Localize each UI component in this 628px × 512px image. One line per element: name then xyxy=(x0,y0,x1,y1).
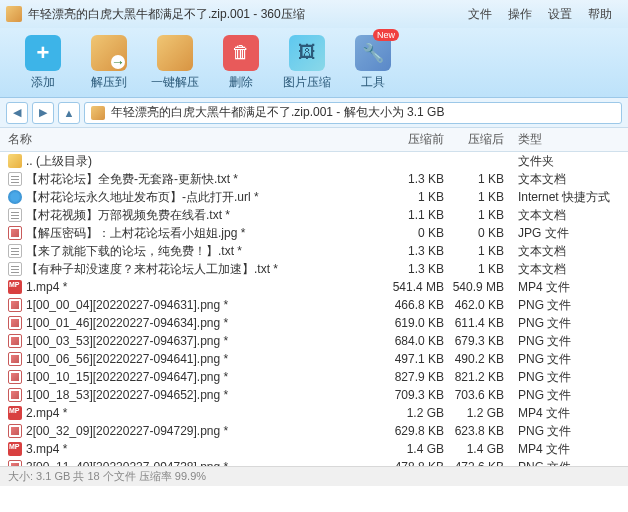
file-name: 【村花视频】万部视频免费在线看.txt * xyxy=(26,207,230,224)
file-type: 文本文档 xyxy=(510,207,620,224)
mp4-icon xyxy=(8,280,22,294)
file-name: 1[00_01_46][20220227-094634].png * xyxy=(26,316,228,330)
file-row[interactable]: 【村花论坛永久地址发布页】-点此打开.url *1 KB1 KBInternet… xyxy=(0,188,628,206)
file-type: PNG 文件 xyxy=(510,387,620,404)
file-row[interactable]: 1[00_10_15][20220227-094647].png *827.9 … xyxy=(0,368,628,386)
size-after: 1 KB xyxy=(450,208,510,222)
file-name: .. (上级目录) xyxy=(26,153,92,170)
app-icon xyxy=(6,6,22,22)
file-type: MP4 文件 xyxy=(510,441,620,458)
size-after: 703.6 KB xyxy=(450,388,510,402)
col-name[interactable]: 名称 xyxy=(0,131,380,148)
jpg-icon xyxy=(8,226,22,240)
add-button[interactable]: 添加 xyxy=(10,35,76,91)
png-icon xyxy=(8,388,22,402)
size-before: 1.4 GB xyxy=(380,442,450,456)
size-before: 684.0 KB xyxy=(380,334,450,348)
file-type: JPG 文件 xyxy=(510,225,620,242)
path-text: 年轻漂亮的白虎大黑牛都满足不了.zip.001 - 解包大小为 3.1 GB xyxy=(111,104,444,121)
file-name: 2.mp4 * xyxy=(26,406,67,420)
col-type[interactable]: 类型 xyxy=(510,131,620,148)
wrench-icon: New xyxy=(355,35,391,71)
png-icon xyxy=(8,370,22,384)
file-row[interactable]: 1[00_18_53][20220227-094652].png *709.3 … xyxy=(0,386,628,404)
size-after: 679.3 KB xyxy=(450,334,510,348)
size-after: 462.0 KB xyxy=(450,298,510,312)
trash-icon xyxy=(223,35,259,71)
size-after: 1 KB xyxy=(450,190,510,204)
file-name: 1[00_03_53][20220227-094637].png * xyxy=(26,334,228,348)
col-after[interactable]: 压缩后 xyxy=(450,131,510,148)
menu-help[interactable]: 帮助 xyxy=(588,6,612,23)
file-row[interactable]: 【村花论坛】全免费-无套路-更新快.txt *1.3 KB1 KB文本文档 xyxy=(0,170,628,188)
file-row[interactable]: 2[00_32_09][20220227-094729].png *629.8 … xyxy=(0,422,628,440)
file-row[interactable]: 1[00_03_53][20220227-094637].png *684.0 … xyxy=(0,332,628,350)
file-name: 3[00_11_40][20220227-094738].png * xyxy=(26,460,228,466)
txt-icon xyxy=(8,208,22,222)
up-button[interactable]: ▲ xyxy=(58,102,80,124)
menu-ops[interactable]: 操作 xyxy=(508,6,532,23)
txt-icon xyxy=(8,262,22,276)
file-row[interactable]: 【村花视频】万部视频免费在线看.txt *1.1 KB1 KB文本文档 xyxy=(0,206,628,224)
file-row[interactable]: 1[00_01_46][20220227-094634].png *619.0 … xyxy=(0,314,628,332)
file-row[interactable]: .. (上级目录)文件夹 xyxy=(0,152,628,170)
png-icon xyxy=(8,316,22,330)
size-before: 827.9 KB xyxy=(380,370,450,384)
size-after: 1.2 GB xyxy=(450,406,510,420)
delete-button[interactable]: 删除 xyxy=(208,35,274,91)
png-icon xyxy=(8,334,22,348)
tools-button[interactable]: New 工具 xyxy=(340,35,406,91)
file-name: 1[00_00_04][20220227-094631].png * xyxy=(26,298,228,312)
file-name: 【村花论坛】全免费-无套路-更新快.txt * xyxy=(26,171,238,188)
size-before: 1.3 KB xyxy=(380,262,450,276)
imgzip-button[interactable]: 图片压缩 xyxy=(274,35,340,91)
file-row[interactable]: 1[00_00_04][20220227-094631].png *466.8 … xyxy=(0,296,628,314)
col-before[interactable]: 压缩前 xyxy=(380,131,450,148)
menu-settings[interactable]: 设置 xyxy=(548,6,572,23)
file-type: MP4 文件 xyxy=(510,405,620,422)
oneclick-button[interactable]: 一键解压 xyxy=(142,35,208,91)
plus-icon xyxy=(25,35,61,71)
url-icon xyxy=(8,190,22,204)
size-before: 1.2 GB xyxy=(380,406,450,420)
png-icon xyxy=(8,352,22,366)
forward-button[interactable]: ▶ xyxy=(32,102,54,124)
file-name: 1.mp4 * xyxy=(26,280,67,294)
size-before: 619.0 KB xyxy=(380,316,450,330)
add-label: 添加 xyxy=(31,74,55,91)
file-type: PNG 文件 xyxy=(510,351,620,368)
file-name: 【来了就能下载的论坛，纯免费！】.txt * xyxy=(26,243,242,260)
file-row[interactable]: 2.mp4 *1.2 GB1.2 GBMP4 文件 xyxy=(0,404,628,422)
size-before: 1.3 KB xyxy=(380,172,450,186)
extract-button[interactable]: 解压到 xyxy=(76,35,142,91)
file-name: 1[00_06_56][20220227-094641].png * xyxy=(26,352,228,366)
file-row[interactable]: 1[00_06_56][20220227-094641].png *497.1 … xyxy=(0,350,628,368)
file-row[interactable]: 3.mp4 *1.4 GB1.4 GBMP4 文件 xyxy=(0,440,628,458)
file-type: PNG 文件 xyxy=(510,297,620,314)
menu-file[interactable]: 文件 xyxy=(468,6,492,23)
size-after: 0 KB xyxy=(450,226,510,240)
size-before: 466.8 KB xyxy=(380,298,450,312)
size-after: 540.9 MB xyxy=(450,280,510,294)
path-bar[interactable]: 年轻漂亮的白虎大黑牛都满足不了.zip.001 - 解包大小为 3.1 GB xyxy=(84,102,622,124)
png-icon xyxy=(8,460,22,466)
file-type: 文本文档 xyxy=(510,243,620,260)
size-before: 1.1 KB xyxy=(380,208,450,222)
file-row[interactable]: 【来了就能下载的论坛，纯免费！】.txt *1.3 KB1 KB文本文档 xyxy=(0,242,628,260)
archive-icon xyxy=(91,106,105,120)
file-type: MP4 文件 xyxy=(510,279,620,296)
folder-icon xyxy=(8,154,22,168)
size-before: 478.8 KB xyxy=(380,460,450,466)
size-before: 1.3 KB xyxy=(380,244,450,258)
file-row[interactable]: 【解压密码】：上村花论坛看小姐姐.jpg *0 KB0 KBJPG 文件 xyxy=(0,224,628,242)
size-after: 1 KB xyxy=(450,172,510,186)
file-name: 1[00_18_53][20220227-094652].png * xyxy=(26,388,228,402)
status-bar: 大小: 3.1 GB 共 18 个文件 压缩率 99.9% xyxy=(0,466,628,486)
file-row[interactable]: 【有种子却没速度？来村花论坛人工加速】.txt *1.3 KB1 KB文本文档 xyxy=(0,260,628,278)
size-after: 821.2 KB xyxy=(450,370,510,384)
file-row[interactable]: 1.mp4 *541.4 MB540.9 MBMP4 文件 xyxy=(0,278,628,296)
back-button[interactable]: ◀ xyxy=(6,102,28,124)
file-row[interactable]: 3[00_11_40][20220227-094738].png *478.8 … xyxy=(0,458,628,466)
file-list: .. (上级目录)文件夹【村花论坛】全免费-无套路-更新快.txt *1.3 K… xyxy=(0,152,628,466)
file-name: 【村花论坛永久地址发布页】-点此打开.url * xyxy=(26,189,259,206)
